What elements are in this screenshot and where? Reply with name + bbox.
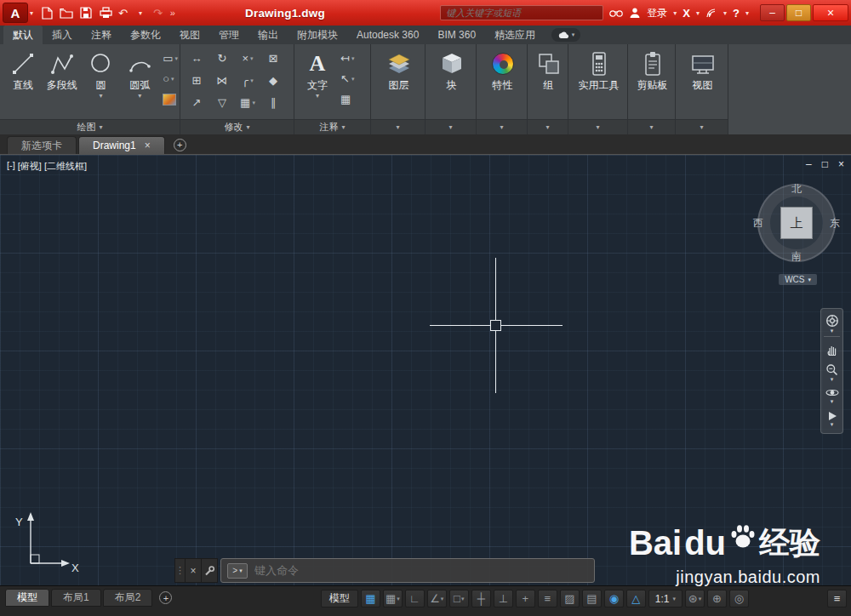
lineweight-button[interactable]: ≡ [538,590,557,607]
arc-tool-button[interactable]: 圆弧 ▾ [120,47,159,119]
isolate-objects-button[interactable]: ◎ [729,590,749,607]
zoom-icon[interactable]: ▾ [825,362,838,383]
utilities-button[interactable]: 实用工具 [580,47,619,119]
annotation-scale-button[interactable]: 1:1 ▾ [648,590,683,607]
ribbon-tab-插入[interactable]: 插入 [43,26,82,44]
stretch-tool-button[interactable]: ↗ [184,94,209,111]
properties-button[interactable]: 特性 [483,47,523,119]
new-file-icon[interactable] [40,6,54,20]
command-customize-wrench-icon[interactable] [202,558,218,583]
draw-panel-title[interactable]: 绘图 ▾ [0,119,180,134]
rotate-tool-button[interactable]: ↻ [209,50,235,67]
view-button[interactable]: 视图 [683,47,722,119]
caret-down-icon[interactable]: ▾ [745,9,749,17]
annotation-monitor-button[interactable]: ⊕ [707,590,727,607]
caret-down-icon[interactable]: ▾ [831,421,834,427]
exchange-apps-icon[interactable]: X [683,7,690,20]
view-panel-title[interactable]: ▾ [676,119,728,134]
caret-down-icon[interactable]: ▾ [30,9,33,17]
caret-down-icon[interactable]: ▾ [250,77,254,84]
dimension-tool-button[interactable]: ↤▾ [340,50,354,67]
toolbar-overflow-icon[interactable]: » [170,8,175,18]
caret-down-icon[interactable]: ▾ [99,92,102,100]
layout-tab-布局2[interactable]: 布局2 [103,589,153,607]
line-tool-button[interactable]: 直线 [3,47,43,119]
move-tool-button[interactable]: ↔ [184,50,209,67]
search-input[interactable] [440,5,603,20]
undo-icon[interactable]: ↶ [118,7,128,20]
modify-panel-title[interactable]: 修改 ▾ [180,119,294,134]
caret-down-icon[interactable]: ▾ [171,76,174,83]
help-button[interactable]: ? [733,7,740,20]
viewcube-south-label[interactable]: 南 [791,249,802,264]
hatch-tool-button[interactable] [163,91,178,108]
new-drawing-tab-button[interactable]: + [174,139,186,151]
signin-button[interactable]: 登录 [647,6,667,20]
caret-down-icon[interactable]: ▾ [441,596,444,602]
caret-down-icon[interactable]: ▾ [252,100,255,106]
wcs-selector[interactable]: WCS ▾ [779,274,817,285]
mirror-tool-button[interactable]: ⋈ [209,72,235,89]
quick-properties-button[interactable]: ▤ [582,590,602,607]
caret-down-icon[interactable]: ▾ [174,55,178,62]
ribbon-tab-视图[interactable]: 视图 [170,26,209,44]
caret-down-icon[interactable]: ▾ [397,596,400,602]
offset-tool-button[interactable]: ∥ [260,94,286,111]
drawing-canvas[interactable]: [-] [俯视] [二维线框] – □ × 北 南 西 东 上 WCS ▾ ▾ [0,155,851,585]
leader-tool-button[interactable]: ↖▾ [340,71,354,88]
new-layout-button[interactable]: + [159,591,172,604]
snap-mode-button[interactable]: ▦▾ [383,590,403,607]
clipboard-panel-title[interactable]: ▾ [628,119,675,134]
circle-tool-button[interactable]: 圆 ▾ [82,47,121,119]
group-panel-title[interactable]: ▾ [528,119,568,134]
showmotion-icon[interactable]: ▾ [827,408,837,429]
fillet-tool-button[interactable]: ╭▾ [235,72,260,89]
doc-minimize-icon[interactable]: – [806,158,812,170]
explode-tool-button[interactable]: ◆ [260,72,286,89]
caret-down-icon[interactable]: ▾ [250,55,254,62]
layout-tab-布局1[interactable]: 布局1 [51,589,101,607]
caret-down-icon[interactable]: ▾ [831,376,834,382]
erase-tool-button[interactable]: ⊠ [260,50,286,67]
viewport-visual-style-button[interactable]: [二维线框] [44,160,87,173]
model-space-toggle[interactable]: 模型 [321,590,358,607]
close-tab-icon[interactable]: × [145,140,151,151]
close-button[interactable]: × [813,4,848,21]
caret-down-icon[interactable]: ▾ [673,9,677,17]
ribbon-tab-BIM 360[interactable]: BIM 360 [428,26,485,44]
caret-down-icon[interactable]: ▾ [831,328,834,334]
block-panel-title[interactable]: ▾ [426,119,476,134]
layers-button[interactable]: 图层 [380,47,419,119]
user-icon[interactable] [629,4,641,21]
polar-tracking-button[interactable]: ∠▾ [427,590,447,607]
redo-icon[interactable]: ↷ [153,7,163,20]
doc-restore-icon[interactable]: □ [822,158,828,170]
caret-down-icon[interactable]: ▾ [461,596,465,602]
utilities-panel-title[interactable]: ▾ [568,119,627,134]
doc-close-icon[interactable]: × [838,158,844,170]
save-icon[interactable] [79,6,93,20]
viewcube-north-label[interactable]: 北 [791,182,802,197]
clipboard-button[interactable]: 剪贴板 [633,47,672,119]
command-input[interactable]: >▾ [220,558,595,583]
orbit-icon[interactable]: ▾ [825,385,839,406]
viewcube[interactable]: 北 南 西 东 上 [752,179,841,267]
customization-gear-button[interactable]: ⊛ ▾ [685,590,705,607]
annotation-visibility-button[interactable]: ◉ [604,590,624,607]
polyline-tool-button[interactable]: 多段线 [43,47,82,119]
plot-icon[interactable] [99,6,112,20]
status-bar-menu-button[interactable]: ≡ [827,590,847,607]
ribbon-tab-默认[interactable]: 默认 [3,26,43,44]
command-line-grip[interactable]: ⋮ [174,558,186,583]
command-field[interactable] [254,564,588,577]
text-tool-button[interactable]: A 文字 ▾ [298,47,337,119]
maximize-button[interactable]: □ [786,4,811,21]
viewport-menu-button[interactable]: [-] [7,160,15,173]
annotate-panel-title[interactable]: 注释 ▾ [294,119,370,134]
viewcube-west-label[interactable]: 西 [753,216,763,231]
caret-down-icon[interactable]: ▾ [134,6,147,20]
ribbon-tab-精选应用[interactable]: 精选应用 [485,26,545,44]
cloud-status-button[interactable]: ▾ [551,28,580,42]
transparency-button[interactable]: ▨ [560,590,580,607]
dynamic-ucs-button[interactable]: ⊥ [494,590,513,607]
